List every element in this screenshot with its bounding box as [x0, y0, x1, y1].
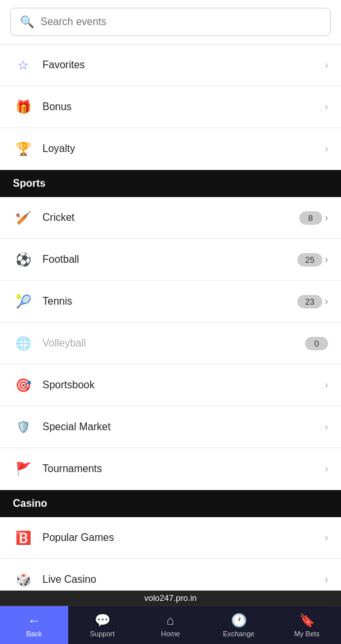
- my-bets-icon: 🔖: [299, 612, 315, 628]
- live-casino-icon: 🎲: [13, 569, 33, 590]
- casino-section-header: Casino: [0, 490, 341, 517]
- sports-section: Sports 🏏 Cricket 8 › ⚽ Football 25 ›: [0, 170, 341, 490]
- top-menu: ☆ Favorites › 🎁 Bonus › 🏆 Loyalty ›: [0, 44, 341, 170]
- menu-item-popular-games[interactable]: 🅱️ Popular Games ›: [0, 517, 341, 559]
- cricket-badge-wrap: 8 ›: [299, 211, 328, 225]
- special-market-label: Special Market: [42, 421, 325, 433]
- trophy-icon: 🏆: [13, 138, 33, 159]
- chevron-icon: ›: [325, 421, 328, 433]
- popular-games-icon: 🅱️: [13, 527, 33, 548]
- search-icon: 🔍: [20, 15, 34, 29]
- nav-exchange-label: Exchange: [223, 630, 255, 638]
- tennis-label: Tennis: [42, 296, 297, 307]
- tournaments-label: Tournaments: [42, 463, 325, 475]
- nav-my-bets[interactable]: 🔖 My Bets: [273, 606, 341, 644]
- search-input[interactable]: [41, 16, 321, 28]
- bonus-label: Bonus: [42, 101, 325, 113]
- tennis-icon: 🎾: [13, 291, 33, 312]
- chevron-icon: ›: [325, 574, 328, 585]
- football-label: Football: [42, 254, 297, 265]
- bottom-nav: ← Back 💬 Support ⌂ Home 🕐 Exchange 🔖 My …: [0, 605, 341, 644]
- volleyball-icon: 🌐: [13, 333, 33, 354]
- menu-item-sportsbook[interactable]: 🎯 Sportsbook ›: [0, 365, 341, 406]
- star-icon: ☆: [13, 55, 33, 75]
- search-input-wrap[interactable]: 🔍: [10, 8, 331, 36]
- nav-my-bets-label: My Bets: [294, 630, 320, 638]
- chevron-icon: ›: [325, 101, 328, 113]
- favorites-label: Favorites: [42, 59, 325, 71]
- nav-home-label: Home: [161, 630, 180, 638]
- menu-item-bonus[interactable]: 🎁 Bonus ›: [0, 86, 341, 128]
- chevron-icon: ›: [325, 296, 328, 307]
- football-badge: 25: [297, 253, 322, 267]
- volleyball-label: Volleyball: [42, 337, 305, 349]
- cricket-icon: 🏏: [13, 207, 33, 228]
- tennis-badge-wrap: 23 ›: [297, 295, 328, 308]
- menu-item-special-market[interactable]: 🛡️ Special Market ›: [0, 406, 341, 448]
- menu-item-volleyball[interactable]: 🌐 Volleyball 0: [0, 323, 341, 365]
- nav-home[interactable]: ⌂ Home: [136, 606, 205, 644]
- tournaments-icon: 🚩: [13, 459, 33, 479]
- sports-section-header: Sports: [0, 170, 341, 197]
- nav-back[interactable]: ← Back: [0, 606, 68, 644]
- support-icon: 💬: [95, 612, 111, 628]
- nav-back-label: Back: [26, 630, 42, 638]
- menu-item-loyalty[interactable]: 🏆 Loyalty ›: [0, 128, 341, 170]
- loyalty-label: Loyalty: [42, 143, 325, 155]
- gift-icon: 🎁: [13, 97, 33, 117]
- chevron-icon: ›: [325, 463, 328, 475]
- chevron-icon: ›: [325, 59, 328, 71]
- special-market-icon: 🛡️: [13, 417, 33, 437]
- chevron-icon: ›: [325, 143, 328, 155]
- nav-support-label: Support: [90, 630, 115, 638]
- sportsbook-label: Sportsbook: [42, 379, 325, 391]
- nav-exchange[interactable]: 🕐 Exchange: [205, 606, 273, 644]
- chevron-icon: ›: [325, 379, 328, 391]
- menu-item-tennis[interactable]: 🎾 Tennis 23 ›: [0, 281, 341, 323]
- volleyball-badge: 0: [305, 337, 328, 350]
- sports-list: 🏏 Cricket 8 › ⚽ Football 25 › 🎾 Tennis: [0, 197, 341, 490]
- cricket-badge: 8: [299, 211, 322, 225]
- chevron-icon: ›: [325, 532, 328, 544]
- exchange-icon: 🕐: [231, 612, 247, 628]
- tennis-badge: 23: [297, 295, 322, 308]
- casino-section: Casino 🅱️ Popular Games › 🎲 Live Casino …: [0, 490, 341, 601]
- menu-item-tournaments[interactable]: 🚩 Tournaments ›: [0, 448, 341, 490]
- menu-item-cricket[interactable]: 🏏 Cricket 8 ›: [0, 197, 341, 239]
- nav-support[interactable]: 💬 Support: [68, 606, 136, 644]
- menu-item-football[interactable]: ⚽ Football 25 ›: [0, 239, 341, 281]
- cricket-label: Cricket: [42, 212, 299, 223]
- volleyball-badge-wrap: 0: [305, 337, 328, 350]
- back-icon: ←: [28, 613, 41, 628]
- casino-list: 🅱️ Popular Games › 🎲 Live Casino ›: [0, 517, 341, 601]
- watermark: volo247.pro.in: [0, 591, 341, 605]
- menu-item-favorites[interactable]: ☆ Favorites ›: [0, 44, 341, 86]
- live-casino-label: Live Casino: [42, 574, 325, 585]
- sportsbook-icon: 🎯: [13, 375, 33, 395]
- home-icon: ⌂: [167, 613, 174, 628]
- football-icon: ⚽: [13, 249, 33, 270]
- chevron-icon: ›: [325, 212, 328, 223]
- popular-games-label: Popular Games: [42, 532, 325, 544]
- football-badge-wrap: 25 ›: [297, 253, 328, 267]
- search-bar: 🔍: [0, 0, 341, 44]
- chevron-icon: ›: [325, 254, 328, 265]
